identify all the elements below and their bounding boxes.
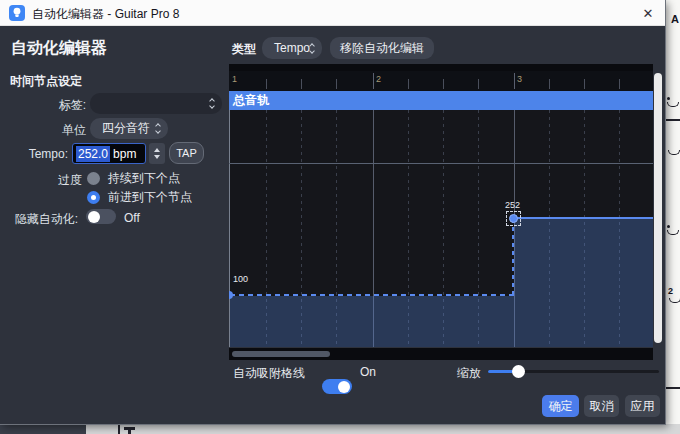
tempo-curve-step-dashed [512,219,514,295]
automation-point-selected[interactable] [509,214,518,223]
titlebar[interactable]: 自动化编辑器 - Guitar Pro 8 ✕ [0,0,665,26]
ok-button-label: 确定 [549,398,573,415]
ruler-measure-number: 2 [376,74,381,84]
transition-option-hold[interactable]: 持续到下个点 [87,170,180,187]
ruler-tick [408,79,409,89]
ruler-tick [514,73,515,89]
point-value-label: 100 [233,274,248,284]
screen: A 2 自动化编辑器 - Guitar Pro 8 ✕ 自动化编辑器 时间节点设… [0,0,680,434]
ruler-measure-number: 1 [232,74,237,84]
automation-chart[interactable]: 1 2 3 总音轨 [229,64,653,360]
horizontal-divider-line [229,163,653,164]
tag-label: 标签: [20,97,86,114]
tempo-label: Tempo: [2,147,68,161]
tap-button[interactable]: TAP [169,142,204,164]
automation-app-icon [9,5,25,21]
window-title: 自动化编辑器 - Guitar Pro 8 [32,6,179,23]
background-notation [667,97,670,100]
transition-option-label: 前进到下个节点 [108,189,192,206]
type-dropdown[interactable]: Tempo [262,37,322,59]
apply-button-label: 应用 [631,398,655,415]
tempo-area-fill [514,219,653,347]
close-icon: ✕ [643,6,654,21]
background-app-strip: A 2 [664,0,680,434]
background-notation-letter: A [671,13,679,25]
step-down-icon[interactable] [154,155,160,159]
tempo-unit: bpm [113,147,136,161]
chevron-updown-icon [210,99,214,108]
tempo-stepper[interactable] [149,143,165,164]
toggle-knob[interactable] [338,381,350,393]
background-notation [128,429,131,434]
background-notation [667,230,679,235]
background-notation [665,119,680,121]
background-notation [669,298,680,303]
ruler-tick [584,79,585,89]
ruler-tick [549,79,550,89]
tempo-curve-segment [513,217,653,219]
automation-plot[interactable]: 100 252 [229,110,653,347]
ruler-tick [373,73,374,89]
background-notation [667,102,679,107]
horizontal-scrollbar-thumb[interactable] [232,351,330,357]
section-title: 时间节点设定 [10,73,82,90]
zoom-slider-thumb[interactable] [512,365,525,378]
tap-button-label: TAP [176,147,197,159]
automation-editor-dialog: 自动化编辑器 - Guitar Pro 8 ✕ 自动化编辑器 时间节点设定 标签… [0,0,665,424]
type-label: 类型 [232,41,256,58]
transition-option-advance[interactable]: 前进到下个节点 [87,189,192,206]
chevron-updown-icon [156,124,160,133]
ok-button[interactable]: 确定 [542,395,579,417]
unit-label: 单位 [20,122,86,139]
background-notation [668,150,680,155]
ruler-tick [301,79,302,89]
horizontal-scrollbar[interactable] [229,348,653,360]
background-notation-digit: 2 [668,286,673,296]
background-notation [667,225,670,228]
type-value: Tempo [274,41,310,55]
background-app-corner [0,424,86,434]
remove-automation-button[interactable]: 移除自动化编辑 [330,37,434,59]
ruler-tick [266,79,267,89]
master-track-header[interactable]: 总音轨 [229,91,653,110]
radio-selected-icon[interactable] [87,191,100,204]
toggle-knob[interactable] [88,211,100,223]
transition-option-label: 持续到下个点 [108,170,180,187]
measure-ruler[interactable]: 1 2 3 [229,71,653,91]
ruler-tick [336,79,337,89]
background-notation [118,424,120,434]
vertical-scrollbar[interactable] [654,73,662,343]
background-app-bottom [0,424,680,434]
snap-grid-toggle[interactable] [322,379,352,394]
unit-dropdown[interactable]: 四分音符 [90,118,168,139]
cancel-button-label: 取消 [590,398,614,415]
point-value-label: 252 [505,200,520,210]
step-up-icon[interactable] [154,148,160,152]
tempo-input[interactable]: 252.0 bpm [72,143,146,164]
background-notation [665,387,680,389]
hide-automation-label: 隐藏自动化: [2,211,78,228]
tempo-value-selected: 252.0 [76,146,110,162]
tempo-area-fill [230,296,514,347]
apply-button[interactable]: 应用 [625,395,660,417]
ruler-tick [619,79,620,89]
chart-top-strip [229,64,653,71]
ruler-tick [443,79,444,89]
ruler-tick [478,79,479,89]
ruler-measure-number: 3 [517,74,522,84]
snap-grid-state: On [360,365,376,379]
transition-label: 过度 [20,172,82,189]
remove-automation-label: 移除自动化编辑 [340,40,424,57]
hide-automation-toggle[interactable] [86,209,116,224]
radio-unselected-icon[interactable] [87,172,100,185]
master-track-label: 总音轨 [233,92,269,109]
hide-automation-state: Off [124,211,140,225]
tag-dropdown[interactable] [90,93,222,114]
chevron-updown-icon [310,44,314,53]
zoom-label: 缩放 [457,365,481,382]
close-button[interactable]: ✕ [631,0,665,26]
cancel-button[interactable]: 取消 [584,395,619,417]
unit-value: 四分音符 [102,120,150,137]
tempo-curve-segment-dashed [230,294,514,296]
page-title: 自动化编辑器 [11,38,107,59]
